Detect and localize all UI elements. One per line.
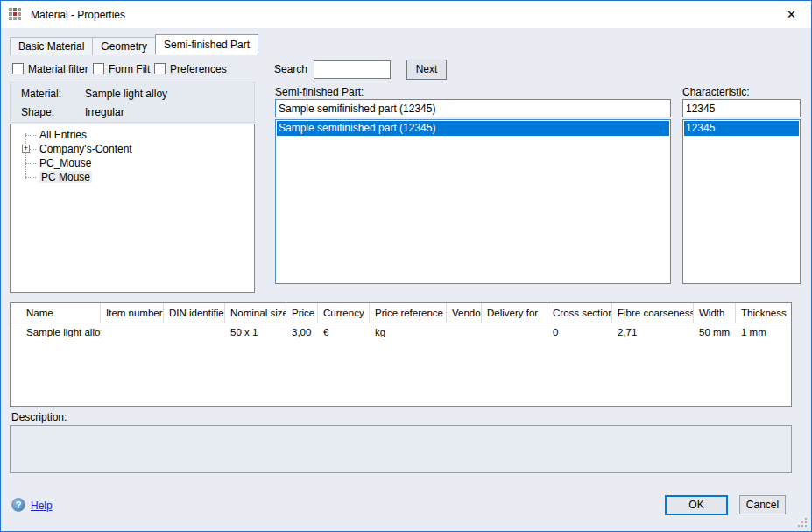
column-header-currency[interactable]: Currency [318, 303, 370, 323]
title-bar: Material - Properties ✕ [1, 1, 811, 28]
cell-thickness: 1 mm [736, 323, 791, 342]
tab-strip: Basic Material Geometry Semi-finished Pa… [10, 34, 258, 55]
cell-cross-section: 0 [547, 323, 612, 342]
column-header-din-identifier[interactable]: DIN identifier [164, 303, 225, 323]
help-icon[interactable]: ? [11, 498, 25, 512]
material-filter-checkbox[interactable]: Material filter [12, 62, 88, 75]
cell-vendor [447, 323, 482, 342]
column-header-item-number[interactable]: Item number [101, 303, 164, 323]
dialog-body: Basic Material Geometry Semi-finished Pa… [1, 28, 811, 531]
column-header-fibre-coarseness[interactable]: Fibre coarseness [612, 303, 694, 323]
column-header-vendor[interactable]: Vendor [447, 303, 482, 323]
resize-grip-icon[interactable] [798, 518, 807, 527]
category-tree: All Entries + Company's-Content PC_Mouse… [10, 124, 255, 293]
ok-button[interactable]: OK [665, 495, 728, 515]
cell-currency: € [318, 323, 370, 342]
shape-label: Shape: [21, 105, 85, 124]
cell-width: 50 mm [694, 323, 736, 342]
shape-value: Irregular [85, 105, 124, 124]
tree-item-pc-mouse[interactable]: PC Mouse [11, 170, 254, 184]
column-header-thickness[interactable]: Thickness [736, 303, 791, 323]
material-filter-label: Material filter [28, 63, 88, 75]
checkbox-icon[interactable] [93, 63, 104, 74]
close-icon[interactable]: ✕ [772, 1, 811, 28]
table-row[interactable]: Sample light alloy 50 x 1 3,00 € kg 0 2,… [11, 323, 791, 342]
tree-item-pc_mouse[interactable]: PC_Mouse [11, 156, 254, 170]
parts-table-header: Name Item number DIN identifier Nominal … [11, 303, 791, 323]
window-title: Material - Properties [31, 9, 125, 21]
expand-icon[interactable]: + [22, 145, 30, 153]
checkbox-icon[interactable] [154, 63, 166, 74]
column-header-name[interactable]: Name [11, 303, 101, 323]
material-value: Sample light alloy [85, 87, 167, 105]
cell-item-number [101, 323, 164, 342]
semi-finished-part-label: Semi-finished Part: [275, 86, 364, 98]
list-item[interactable]: Sample semifinished part (12345) [277, 121, 669, 136]
preferences-label: Preferences [170, 63, 227, 75]
characteristic-label: Characteristic: [682, 86, 750, 98]
parts-table: Name Item number DIN identifier Nominal … [10, 302, 792, 407]
column-header-cross-section[interactable]: Cross section [547, 303, 612, 323]
search-label: Search [274, 63, 307, 75]
column-header-delivery-for[interactable]: Delivery for [482, 303, 547, 323]
semi-finished-part-list: Sample semifinished part (12345) [275, 119, 671, 284]
preferences-checkbox[interactable]: Preferences [154, 62, 227, 75]
tree-item-companys-content[interactable]: + Company's-Content [11, 142, 254, 156]
material-info-panel: Material: Sample light alloy Shape: Irre… [10, 82, 255, 123]
checkbox-icon[interactable] [12, 63, 24, 74]
form-filt-checkbox[interactable]: Form Filt [93, 62, 150, 75]
help-link[interactable]: Help [31, 500, 53, 512]
cell-price: 3,00 [286, 323, 318, 342]
cell-price-reference: kg [370, 323, 447, 342]
description-label: Description: [11, 411, 67, 423]
cell-name: Sample light alloy [11, 323, 101, 342]
column-header-width[interactable]: Width [694, 303, 736, 323]
tree-item-all-entries[interactable]: All Entries [11, 128, 254, 142]
column-header-price-reference[interactable]: Price reference [370, 303, 447, 323]
cell-nominal-size: 50 x 1 [225, 323, 286, 342]
characteristic-input[interactable] [682, 99, 801, 117]
column-header-nominal-size[interactable]: Nominal size [225, 303, 286, 323]
list-item[interactable]: 12345 [684, 121, 799, 136]
material-properties-dialog: Material - Properties ✕ Basic Material G… [0, 0, 812, 532]
form-filt-label: Form Filt [109, 63, 150, 75]
cell-delivery-for [482, 323, 547, 342]
tab-basic-material[interactable]: Basic Material [10, 37, 93, 55]
cell-fibre-coarseness: 2,71 [612, 323, 694, 342]
tab-semi-finished-part[interactable]: Semi-finished Part [155, 34, 258, 55]
next-button[interactable]: Next [406, 60, 447, 80]
semi-finished-part-input[interactable] [275, 99, 671, 117]
app-grid-icon [9, 8, 23, 22]
material-label: Material: [21, 87, 85, 105]
column-header-price[interactable]: Price [286, 303, 318, 323]
description-textarea[interactable] [10, 425, 792, 473]
search-input[interactable] [314, 60, 391, 79]
cancel-button[interactable]: Cancel [739, 495, 786, 514]
characteristic-list: 12345 [682, 119, 801, 284]
cell-din-identifier [164, 323, 225, 342]
tab-geometry[interactable]: Geometry [92, 37, 156, 55]
